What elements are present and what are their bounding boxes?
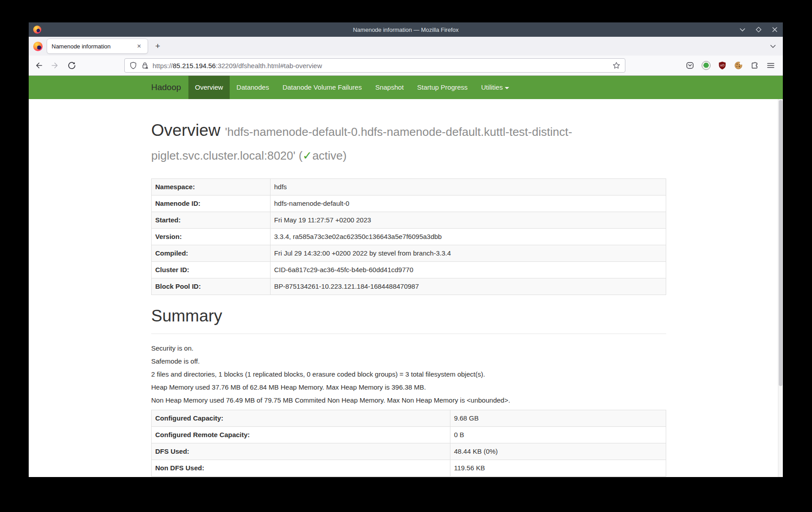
minimize-button[interactable] bbox=[739, 26, 746, 33]
info-value: hdfs-namenode-default-0 bbox=[271, 195, 666, 212]
page-title: Overview 'hdfs-namenode-default-0.hdfs-n… bbox=[151, 119, 666, 166]
capacity-value: 119.56 KB bbox=[450, 460, 666, 477]
table-row: DFS Used:48.44 KB (0%) bbox=[152, 443, 666, 460]
summary-line: 2 files and directories, 1 blocks (1 rep… bbox=[151, 371, 666, 378]
browser-window: Namenode information — Mozilla Firefox N… bbox=[29, 22, 783, 477]
tab-close-icon[interactable]: ✕ bbox=[135, 42, 143, 50]
info-value: Fri Jul 29 14:32:00 +0200 2022 by stevel… bbox=[271, 245, 666, 262]
url-path: :32209/dfshealth.html#tab-overview bbox=[216, 62, 322, 69]
table-row: Started:Fri May 19 11:27:57 +0200 2023 bbox=[152, 212, 666, 229]
info-label: Namespace: bbox=[152, 179, 271, 195]
summary-heading: Summary bbox=[151, 307, 666, 325]
svg-text:uO: uO bbox=[720, 64, 725, 67]
active-status-label: active bbox=[312, 149, 343, 162]
info-label: Started: bbox=[152, 212, 271, 229]
nav-tab-overview[interactable]: Overview bbox=[188, 76, 230, 99]
titlebar: Namenode information — Mozilla Firefox bbox=[29, 22, 783, 37]
table-row: Configured Remote Capacity:0 B bbox=[152, 427, 666, 443]
navbar-brand-hadoop[interactable]: Hadoop bbox=[151, 76, 188, 99]
page-scrollbar[interactable] bbox=[778, 99, 783, 477]
summary-line: Safemode is off. bbox=[151, 358, 666, 365]
tab-namenode-information[interactable]: Namenode information ✕ bbox=[47, 39, 148, 54]
nav-tab-datanodes[interactable]: Datanodes bbox=[230, 76, 276, 99]
capacity-label: DFS Used: bbox=[152, 443, 450, 460]
capacity-label: Configured Capacity: bbox=[152, 410, 450, 427]
tab-title: Namenode information bbox=[52, 43, 135, 50]
info-label: Cluster ID: bbox=[152, 262, 271, 278]
hadoop-navbar: Hadoop Overview Datanodes Datanode Volum… bbox=[29, 76, 783, 99]
capacity-label: Configured Remote Capacity: bbox=[152, 427, 450, 443]
nav-tab-snapshot[interactable]: Snapshot bbox=[368, 76, 410, 99]
extensions-puzzle-icon[interactable] bbox=[750, 61, 759, 70]
url-text: https://85.215.194.56:32209/dfshealth.ht… bbox=[153, 62, 322, 69]
new-tab-button[interactable]: + bbox=[151, 41, 165, 51]
page-content: Overview 'hdfs-namenode-default-0.hdfs-n… bbox=[29, 99, 783, 477]
table-row: Namenode ID:hdfs-namenode-default-0 bbox=[152, 195, 666, 212]
table-row: Version:3.3.4, ra585a73c3e02ac62350c1366… bbox=[152, 229, 666, 245]
url-scheme: https:// bbox=[153, 62, 173, 69]
summary-line: Non Heap Memory used 76.49 MB of 79.75 M… bbox=[151, 397, 666, 404]
back-button[interactable] bbox=[34, 61, 43, 70]
capacity-value: 9.68 GB bbox=[450, 410, 666, 427]
capacity-table: Configured Capacity:9.68 GB Configured R… bbox=[151, 410, 666, 477]
table-row: Cluster ID:CID-6a817c29-ac36-45fc-b4eb-6… bbox=[152, 262, 666, 278]
menu-hamburger-icon[interactable] bbox=[766, 61, 775, 70]
tab-strip: Namenode information ✕ + bbox=[29, 37, 783, 56]
navigation-toolbar: https://85.215.194.56:32209/dfshealth.ht… bbox=[29, 56, 783, 76]
table-row: Namespace:hdfs bbox=[152, 179, 666, 195]
info-label: Version: bbox=[152, 229, 271, 245]
active-check-icon: ✓ bbox=[302, 149, 312, 162]
info-value: BP-875134261-10.223.121.184-168448847098… bbox=[271, 278, 666, 295]
pocket-icon[interactable] bbox=[685, 61, 694, 70]
info-label: Block Pool ID: bbox=[152, 278, 271, 295]
info-value: Fri May 19 11:27:57 +0200 2023 bbox=[271, 212, 666, 229]
scrollbar-thumb[interactable] bbox=[779, 100, 782, 386]
summary-line: Heap Memory used 37.76 MB of 62.84 MB He… bbox=[151, 384, 666, 391]
nav-tab-startup-progress[interactable]: Startup Progress bbox=[410, 76, 475, 99]
summary-line: Security is on. bbox=[151, 345, 666, 352]
lock-warning-icon[interactable] bbox=[141, 61, 149, 69]
shield-icon[interactable] bbox=[129, 61, 137, 69]
capacity-label: Non DFS Used: bbox=[152, 460, 450, 477]
namenode-info-table: Namespace:hdfs Namenode ID:hdfs-namenode… bbox=[151, 178, 666, 295]
info-label: Namenode ID: bbox=[152, 195, 271, 212]
table-row: Block Pool ID:BP-875134261-10.223.121.18… bbox=[152, 278, 666, 295]
info-label: Compiled: bbox=[152, 245, 271, 262]
info-value: CID-6a817c29-ac36-45fc-b4eb-60dd41cd9770 bbox=[271, 262, 666, 278]
firefox-icon bbox=[33, 42, 43, 51]
table-row: Configured Capacity:9.68 GB bbox=[152, 410, 666, 427]
nav-tab-utilities[interactable]: Utilities bbox=[474, 76, 515, 99]
forward-button[interactable] bbox=[51, 61, 60, 70]
table-row: Compiled:Fri Jul 29 14:32:00 +0200 2022 … bbox=[152, 245, 666, 262]
summary-divider bbox=[151, 334, 666, 334]
close-window-button[interactable] bbox=[771, 26, 778, 33]
list-all-tabs-button[interactable] bbox=[769, 37, 777, 56]
url-host: 85.215.194.56 bbox=[173, 62, 216, 69]
capacity-value: 48.44 KB (0%) bbox=[450, 443, 666, 460]
url-bar[interactable]: https://85.215.194.56:32209/dfshealth.ht… bbox=[124, 58, 625, 73]
capacity-value: 0 B bbox=[450, 427, 666, 443]
info-value: 3.3.4, ra585a73c3e02ac62350c136643a5e7f6… bbox=[271, 229, 666, 245]
cookie-icon[interactable] bbox=[733, 61, 743, 70]
ublock-origin-icon[interactable]: uO bbox=[717, 61, 727, 70]
maximize-button[interactable] bbox=[755, 26, 762, 33]
nav-tab-datanode-volume-failures[interactable]: Datanode Volume Failures bbox=[276, 76, 369, 99]
table-row: Non DFS Used:119.56 KB bbox=[152, 460, 666, 477]
firefox-logo-icon bbox=[33, 26, 41, 34]
extension-green-icon[interactable] bbox=[701, 61, 711, 70]
reload-button[interactable] bbox=[67, 61, 76, 70]
chevron-down-icon bbox=[505, 87, 509, 89]
bookmark-star-icon[interactable] bbox=[612, 61, 620, 69]
window-title: Namenode information — Mozilla Firefox bbox=[29, 26, 783, 33]
info-value: hdfs bbox=[271, 179, 666, 195]
